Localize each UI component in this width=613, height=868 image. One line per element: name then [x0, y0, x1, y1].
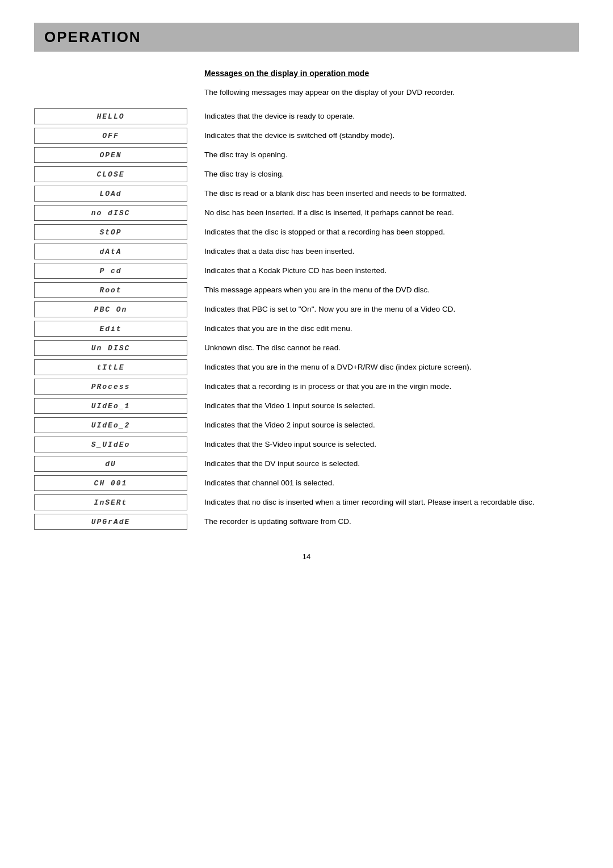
display-box: CH 001 [34, 475, 187, 491]
message-row: Indicates that PBC is set to "On". Now y… [204, 301, 579, 317]
display-box: Un DISC [34, 340, 187, 356]
message-description: Indicates that the Video 2 input source … [204, 417, 375, 431]
message-description: The disc tray is opening. [204, 147, 287, 161]
intro-text: The following messages may appear on the… [204, 87, 579, 98]
display-box: Edit [34, 321, 187, 337]
message-row: Indicates that the Video 2 input source … [204, 417, 579, 433]
display-box: PBC On [34, 301, 187, 317]
message-description: Indicates that the device is switched of… [204, 128, 394, 141]
message-description: Indicates that the device is ready to op… [204, 108, 355, 122]
display-box: no dISC [34, 205, 187, 221]
message-description: Indicates that you are in the disc edit … [204, 321, 352, 334]
message-row: Indicates that channel 001 is selected. [204, 475, 579, 491]
message-description: No disc has been inserted. If a disc is … [204, 205, 454, 219]
message-row: Indicates that the device is ready to op… [204, 108, 579, 124]
message-description: Indicates that you are in the menu of a … [204, 359, 472, 373]
message-row: Indicates that the Video 1 input source … [204, 398, 579, 414]
display-box: OFF [34, 128, 187, 144]
display-box: StOP [34, 224, 187, 240]
section-title: OPERATION [44, 28, 141, 45]
message-row: Indicates that the disc is stopped or th… [204, 224, 579, 240]
message-description: Indicates that a Kodak Picture CD has be… [204, 263, 387, 276]
message-row: Indicates that a data disc has been inse… [204, 244, 579, 259]
display-box: InSERt [34, 494, 187, 510]
display-box: LOAd [34, 186, 187, 202]
display-box: OPEN [34, 147, 187, 163]
message-row: This message appears when you are in the… [204, 282, 579, 298]
section-header: OPERATION [34, 23, 579, 52]
left-column: HELLOOFFOPENCLOSELOAdno dISCStOPdAtAP cd… [34, 108, 187, 530]
content-area: HELLOOFFOPENCLOSELOAdno dISCStOPdAtAP cd… [34, 69, 579, 530]
message-row: Indicates that the DV input source is se… [204, 456, 579, 472]
message-description: Indicates that PBC is set to "On". Now y… [204, 301, 455, 315]
display-box: UPGrAdE [34, 514, 187, 530]
page-number: 14 [34, 552, 579, 561]
message-description: Unknown disc. The disc cannot be read. [204, 340, 341, 354]
display-box: P cd [34, 263, 187, 279]
message-row: Indicates that you are in the menu of a … [204, 359, 579, 375]
message-row: Indicates that a recording is in process… [204, 379, 579, 395]
message-row: Indicates that no disc is inserted when … [204, 494, 579, 510]
message-list: Indicates that the device is ready to op… [204, 108, 579, 530]
display-box: Root [34, 282, 187, 298]
display-box: CLOSE [34, 166, 187, 182]
message-description: The disc is read or a blank disc has bee… [204, 186, 467, 199]
message-row: Indicates that you are in the disc edit … [204, 321, 579, 337]
message-description: Indicates that channel 001 is selected. [204, 475, 334, 489]
message-description: The disc tray is closing. [204, 166, 284, 180]
message-description: Indicates that the Video 1 input source … [204, 398, 375, 412]
message-row: No disc has been inserted. If a disc is … [204, 205, 579, 221]
right-column: Messages on the display in operation mod… [204, 69, 579, 530]
message-description: This message appears when you are in the… [204, 282, 430, 296]
message-description: Indicates that a recording is in process… [204, 379, 451, 392]
message-description: Indicates that the S-Video input source … [204, 437, 376, 450]
display-box: UIdEo_2 [34, 417, 187, 433]
message-description: Indicates that the DV input source is se… [204, 456, 360, 469]
message-description: Indicates that the disc is stopped or th… [204, 224, 445, 238]
display-box: PRocess [34, 379, 187, 395]
message-description: Indicates that no disc is inserted when … [204, 494, 535, 508]
message-description: Indicates that a data disc has been inse… [204, 244, 354, 257]
display-box: UIdEo_1 [34, 398, 187, 414]
message-row: The disc tray is opening. [204, 147, 579, 163]
display-box: dU [34, 456, 187, 472]
display-box: dAtA [34, 244, 187, 259]
message-description: The recorder is updating software from C… [204, 514, 351, 527]
display-box: HELLO [34, 108, 187, 124]
message-row: The disc is read or a blank disc has bee… [204, 186, 579, 202]
subsection-title: Messages on the display in operation mod… [204, 69, 579, 78]
message-row: The recorder is updating software from C… [204, 514, 579, 530]
message-row: Indicates that the device is switched of… [204, 128, 579, 144]
message-row: The disc tray is closing. [204, 166, 579, 182]
page: OPERATION HELLOOFFOPENCLOSELOAdno dISCSt… [0, 0, 613, 868]
display-box: tItLE [34, 359, 187, 375]
message-row: Unknown disc. The disc cannot be read. [204, 340, 579, 356]
display-box: S_UIdEo [34, 437, 187, 452]
message-row: Indicates that the S-Video input source … [204, 437, 579, 452]
message-row: Indicates that a Kodak Picture CD has be… [204, 263, 579, 279]
